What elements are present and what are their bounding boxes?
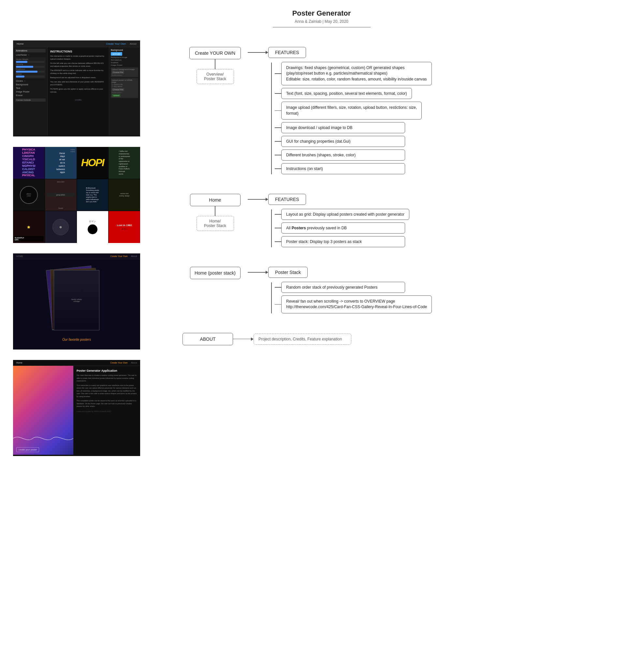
screenshot-about: Home Create Your Own About create your p… xyxy=(13,360,140,456)
about-description-box: Project description, Credits, Feature ex… xyxy=(254,334,351,345)
feature-instructions: Instructions (on start) xyxy=(281,163,405,174)
about-box[interactable]: ABOUT xyxy=(182,333,233,345)
overview-stack-box: Overview/Poster Stack xyxy=(196,69,234,84)
features-title-section1: FEATURES xyxy=(268,47,306,58)
page-subtitle: Anna & Zainiab | May 20, 2020 xyxy=(273,19,371,24)
feature-grid-layout: Layout as grid: Display upload posters c… xyxy=(281,209,409,220)
home-stack-box: Home/Poster Stack xyxy=(196,216,234,231)
feature-image-upload: Image upload (different filters, size, r… xyxy=(281,102,422,120)
diagram-section-create-own: Create YOUR OWN Overview/Poster Stack FE… xyxy=(182,47,630,174)
feature-reveal-fan: Reveal/ fan out when scrolling -> conver… xyxy=(281,296,432,313)
create-own-box[interactable]: Create YOUR OWN xyxy=(189,47,241,59)
ss1-create-own-link[interactable]: Create Your Own xyxy=(106,42,126,45)
ss1-about-link[interactable]: About xyxy=(130,42,136,45)
feature-all-posters: All Posters previously saved in DB xyxy=(281,223,405,234)
feature-drawings: Drawings: fixed shapes (geometrical, cus… xyxy=(281,62,432,85)
page-title: Poster Generator xyxy=(273,9,371,17)
diagram-section-about: ABOUT Project description, Credits, Feat… xyxy=(182,333,630,345)
feature-poster-stack: Poster stack: Display top 3 posters as s… xyxy=(281,236,405,247)
diagram-section-poster-stack: Home (poster stack) Poster Stack xyxy=(182,267,630,313)
diagram-section-home: Home Home/Poster Stack FEATURES xyxy=(182,194,630,247)
ss1-home-link[interactable]: Home xyxy=(16,42,23,45)
feature-gui: GUI for changing properties (dat.Gui) xyxy=(281,136,405,147)
home-poster-stack-box[interactable]: Home (poster stack) xyxy=(190,267,241,279)
feature-brushes: Different brushes (shapes, stroke, color… xyxy=(281,150,405,161)
screenshot-create-own: Home Create Your Own About Animations Li… xyxy=(13,40,140,136)
diagram-column: Create YOUR OWN Overview/Poster Stack FE… xyxy=(150,40,630,456)
screenshots-column: Home Create Your Own About Animations Li… xyxy=(13,40,150,456)
poster-stack-title: Poster Stack xyxy=(268,267,308,278)
screenshot-home: HOME Create Your Own About this year xyxy=(13,253,140,349)
screenshot-poster-grid: PHYSICA LDISTAN CINGPH YSICALD ISTANCI N… xyxy=(13,147,140,243)
feature-text: Text (font, size, spacing, position, sev… xyxy=(281,88,412,99)
feature-random-stack: Random order stack of previously generat… xyxy=(281,282,405,293)
home-box[interactable]: Home xyxy=(190,194,241,206)
feature-download: Image download / upload image to DB xyxy=(281,122,405,133)
features-title-section2: FEATURES xyxy=(268,194,306,205)
